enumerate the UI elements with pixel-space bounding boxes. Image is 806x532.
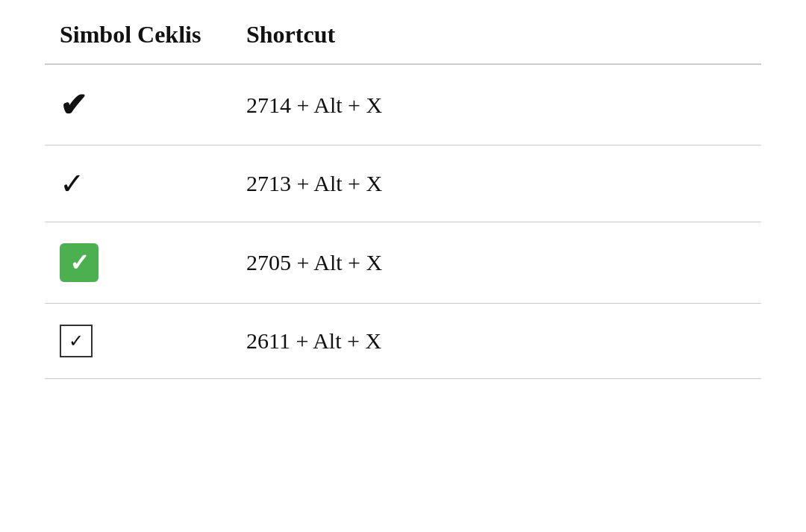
symbol-cell: ✓ <box>45 222 231 304</box>
table-row: ✓2611 + Alt + X <box>45 304 761 379</box>
shortcut-cell: 2611 + Alt + X <box>231 304 761 379</box>
ballot-box-icon: ✓ <box>60 325 93 357</box>
checklist-table: Simbol Ceklis Shortcut ✔2714 + Alt + X✓2… <box>45 0 761 379</box>
symbol-cell: ✓ <box>45 145 231 222</box>
table-header-row: Simbol Ceklis Shortcut <box>45 0 761 64</box>
light-checkmark-icon: ✓ <box>60 167 85 200</box>
table-row: ✓2705 + Alt + X <box>45 222 761 304</box>
green-checkmark-icon: ✓ <box>69 248 90 277</box>
table-row: ✓2713 + Alt + X <box>45 145 761 222</box>
main-container: Simbol Ceklis Shortcut ✔2714 + Alt + X✓2… <box>0 0 806 379</box>
shortcut-cell: 2714 + Alt + X <box>231 64 761 145</box>
column-header-shortcut: Shortcut <box>231 0 761 64</box>
symbol-cell: ✔ <box>45 64 231 145</box>
heavy-checkmark-icon: ✔ <box>60 87 87 123</box>
shortcut-cell: 2713 + Alt + X <box>231 145 761 222</box>
table-row: ✔2714 + Alt + X <box>45 64 761 145</box>
shortcut-cell: 2705 + Alt + X <box>231 222 761 304</box>
column-header-symbol: Simbol Ceklis <box>45 0 231 64</box>
symbol-cell: ✓ <box>45 304 231 379</box>
green-checkbox-icon: ✓ <box>60 243 99 282</box>
